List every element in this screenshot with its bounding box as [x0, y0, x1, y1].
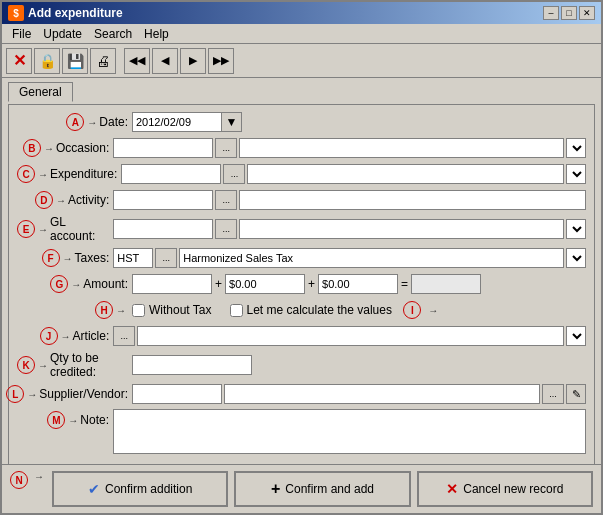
arrow-c: → [38, 169, 48, 180]
amount-result[interactable] [411, 274, 481, 294]
qty-label: Qty to be credited: [50, 351, 128, 379]
activity-input-area: ... [113, 190, 586, 210]
amount-label-area: G → Amount: [17, 275, 132, 293]
article-browse-btn[interactable]: ... [113, 326, 135, 346]
let-me-calc-checkbox[interactable] [230, 304, 243, 317]
amount-field2[interactable] [318, 274, 398, 294]
minimize-button[interactable]: – [543, 6, 559, 20]
arrow-b: → [44, 143, 54, 154]
toolbar-save-btn[interactable]: 💾 [62, 48, 88, 74]
gl-input-area: ... [113, 219, 586, 239]
toolbar-prev-btn[interactable]: ◀ [152, 48, 178, 74]
close-button[interactable]: ✕ [579, 6, 595, 20]
activity-desc-input[interactable] [239, 190, 586, 210]
arrow-l: → [27, 389, 37, 400]
taxes-code-input[interactable] [113, 248, 153, 268]
supplier-name-input[interactable] [224, 384, 540, 404]
cancel-x-icon: ✕ [446, 481, 458, 497]
gl-label-area: E → GL account: [17, 215, 113, 243]
options-input-area: Without Tax Let me calculate the values … [132, 301, 440, 319]
plus-sign2: + [308, 277, 315, 291]
expenditure-input-area: ... [121, 164, 586, 184]
gl-select[interactable] [566, 219, 586, 239]
gl-browse-btn[interactable]: ... [215, 219, 237, 239]
cancel-button[interactable]: ✕ Cancel new record [417, 471, 593, 507]
supplier-code-input[interactable] [132, 384, 222, 404]
expenditure-input[interactable] [121, 164, 221, 184]
taxes-browse-btn[interactable]: ... [155, 248, 177, 268]
confirm-addition-button[interactable]: ✔ Confirm addition [52, 471, 228, 507]
article-label: Article: [73, 329, 110, 343]
note-label: Note: [80, 413, 109, 427]
menu-search[interactable]: Search [88, 26, 138, 42]
note-textarea[interactable] [113, 409, 586, 454]
arrow-i: → [428, 305, 438, 316]
date-dropdown-btn[interactable]: ▼ [222, 112, 242, 132]
date-input[interactable] [132, 112, 222, 132]
supplier-input-area: ... ✎ [132, 384, 586, 404]
occasion-desc-input[interactable] [239, 138, 564, 158]
arrow-k: → [38, 360, 48, 371]
occasion-select[interactable] [566, 138, 586, 158]
article-select[interactable] [566, 326, 586, 346]
supplier-row: L → Supplier/Vendor: ... ✎ [17, 383, 586, 405]
arrow-h: → [116, 305, 126, 316]
occasion-browse-btn[interactable]: ... [215, 138, 237, 158]
toolbar-next-btn[interactable]: ▶ [180, 48, 206, 74]
expenditure-browse-btn[interactable]: ... [223, 164, 245, 184]
arrow-f: → [63, 253, 73, 264]
qty-label-area: K → Qty to be credited: [17, 351, 132, 379]
title-buttons: – □ ✕ [543, 6, 595, 20]
arrow-g: → [71, 279, 81, 290]
equals-sign: = [401, 277, 408, 291]
activity-label-area: D → Activity: [17, 191, 113, 209]
taxes-select[interactable] [566, 248, 586, 268]
arrow-m: → [68, 415, 78, 426]
gl-label: GL account: [50, 215, 109, 243]
toolbar-first-btn[interactable]: ◀◀ [124, 48, 150, 74]
gl-input[interactable] [113, 219, 213, 239]
badge-h: H [95, 301, 113, 319]
supplier-label: Supplier/Vendor: [39, 387, 128, 401]
maximize-button[interactable]: □ [561, 6, 577, 20]
badge-l: L [6, 385, 24, 403]
badge-a: A [66, 113, 84, 131]
window-title: Add expenditure [28, 6, 123, 20]
badge-g: G [50, 275, 68, 293]
tab-general[interactable]: General [8, 82, 73, 102]
amount-main-input[interactable] [132, 274, 212, 294]
toolbar-lock-btn[interactable]: 🔒 [34, 48, 60, 74]
window-icon: $ [8, 5, 24, 21]
without-tax-checkbox[interactable] [132, 304, 145, 317]
article-label-area: J → Article: [17, 327, 113, 345]
qty-input[interactable] [132, 355, 252, 375]
menu-file[interactable]: File [6, 26, 37, 42]
menu-update[interactable]: Update [37, 26, 88, 42]
menu-help[interactable]: Help [138, 26, 175, 42]
confirm-checkmark-icon: ✔ [88, 481, 100, 497]
taxes-desc-input[interactable] [179, 248, 564, 268]
confirm-add-button[interactable]: + Confirm and add [234, 471, 410, 507]
let-me-calc-label: Let me calculate the values [247, 303, 392, 317]
supplier-edit-btn[interactable]: ✎ [566, 384, 586, 404]
badge-j: J [40, 327, 58, 345]
toolbar-cancel-btn[interactable]: ✕ [6, 48, 32, 74]
expenditure-row: C → Expenditure: ... [17, 163, 586, 185]
occasion-input[interactable] [113, 138, 213, 158]
supplier-browse-btn[interactable]: ... [542, 384, 564, 404]
arrow-a: → [87, 117, 97, 128]
toolbar-print-btn[interactable]: 🖨 [90, 48, 116, 74]
amount-field1[interactable] [225, 274, 305, 294]
activity-input[interactable] [113, 190, 213, 210]
amount-label: Amount: [83, 277, 128, 291]
toolbar-last-btn[interactable]: ▶▶ [208, 48, 234, 74]
title-bar-left: $ Add expenditure [8, 5, 123, 21]
badge-k: K [17, 356, 35, 374]
note-row: M → Note: [17, 409, 586, 454]
article-input[interactable] [137, 326, 564, 346]
activity-browse-btn[interactable]: ... [215, 190, 237, 210]
gl-desc-input[interactable] [239, 219, 564, 239]
arrow-j: → [61, 331, 71, 342]
expenditure-select[interactable] [566, 164, 586, 184]
expenditure-desc-input[interactable] [247, 164, 564, 184]
